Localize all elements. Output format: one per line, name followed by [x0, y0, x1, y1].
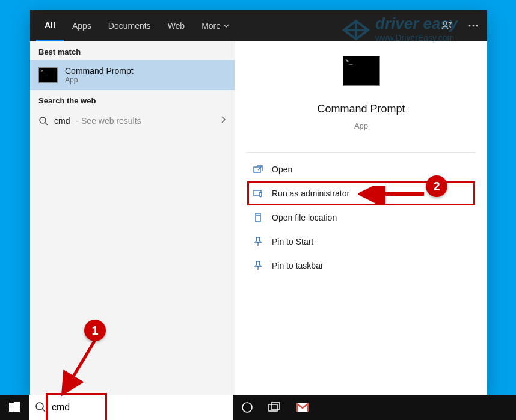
- tab-more-label: More: [201, 21, 221, 31]
- svg-point-1: [469, 25, 471, 27]
- tab-more[interactable]: More: [193, 10, 238, 41]
- chevron-right-icon: [220, 115, 226, 126]
- preview-subtitle: App: [354, 121, 368, 130]
- best-match-item[interactable]: Command Prompt App: [30, 60, 235, 90]
- action-pin-taskbar-label: Pin to taskbar: [272, 261, 324, 270]
- svg-point-3: [476, 25, 478, 27]
- task-view-button[interactable]: [261, 395, 289, 420]
- search-body: Best match Command Prompt App Search the…: [30, 41, 487, 395]
- gmail-taskbar-button[interactable]: [289, 395, 316, 420]
- web-result-item[interactable]: cmd - See web results: [30, 109, 235, 133]
- tab-all[interactable]: All: [36, 10, 64, 41]
- preview-title: Command Prompt: [317, 103, 405, 115]
- svg-rect-10: [9, 407, 14, 412]
- tab-documents[interactable]: Documents: [100, 10, 159, 41]
- svg-point-13: [242, 403, 252, 412]
- annotation-badge-1: 1: [84, 320, 106, 341]
- svg-rect-9: [14, 402, 20, 407]
- web-header: Search the web: [30, 90, 235, 109]
- command-prompt-icon: [38, 67, 58, 83]
- match-title: Command Prompt: [65, 66, 134, 76]
- command-prompt-icon: [343, 56, 380, 86]
- web-hint: - See web results: [76, 116, 141, 126]
- svg-point-4: [40, 117, 46, 123]
- svg-rect-15: [271, 403, 280, 409]
- windows-logo-icon: [9, 402, 20, 413]
- svg-rect-7: [256, 213, 260, 222]
- annotation-badge-2: 2: [426, 175, 447, 197]
- action-open-label: Open: [272, 165, 292, 174]
- action-open-loc-label: Open file location: [272, 213, 337, 222]
- more-options-icon[interactable]: [465, 18, 481, 34]
- cortana-icon: [241, 401, 253, 413]
- cortana-button[interactable]: [233, 395, 261, 420]
- match-subtitle: App: [65, 76, 134, 84]
- action-run-admin-label: Run as administrator: [272, 189, 349, 198]
- svg-rect-8: [9, 403, 14, 407]
- chevron-down-icon: [223, 23, 229, 29]
- action-pin-to-start[interactable]: Pin to Start: [247, 230, 475, 254]
- task-view-icon: [268, 402, 281, 413]
- action-pin-start-label: Pin to Start: [272, 237, 313, 246]
- feedback-icon[interactable]: [439, 18, 455, 34]
- search-icon: [38, 116, 48, 126]
- admin-shield-icon: [253, 188, 263, 199]
- taskbar-search-wrap: [29, 395, 233, 420]
- search-icon: [35, 401, 46, 415]
- gmail-icon: [296, 403, 309, 412]
- svg-rect-11: [14, 407, 20, 412]
- svg-point-12: [36, 403, 43, 410]
- taskbar: [0, 395, 516, 420]
- tab-apps[interactable]: Apps: [64, 10, 100, 41]
- svg-point-2: [473, 25, 475, 27]
- taskbar-search-input[interactable]: [52, 402, 227, 413]
- start-button[interactable]: [0, 395, 29, 420]
- divider: [247, 152, 475, 153]
- taskbar-search[interactable]: [29, 395, 233, 420]
- open-icon: [253, 164, 263, 175]
- web-query: cmd: [54, 116, 70, 126]
- results-left-pane: Best match Command Prompt App Search the…: [30, 41, 235, 395]
- svg-point-0: [443, 22, 447, 25]
- tab-web[interactable]: Web: [159, 10, 194, 41]
- best-match-header: Best match: [30, 41, 235, 60]
- preview-pane: Command Prompt App Open Run as administr…: [235, 41, 487, 395]
- action-pin-to-taskbar[interactable]: Pin to taskbar: [247, 254, 475, 278]
- pin-icon: [253, 236, 263, 247]
- folder-icon: [253, 212, 263, 223]
- svg-rect-14: [269, 404, 277, 411]
- search-tabs: All Apps Documents Web More: [30, 10, 487, 41]
- svg-rect-5: [254, 167, 260, 172]
- pin-icon: [253, 260, 263, 271]
- actions-list: Open Run as administrator Open file loca…: [247, 157, 475, 278]
- action-open-file-location[interactable]: Open file location: [247, 205, 475, 230]
